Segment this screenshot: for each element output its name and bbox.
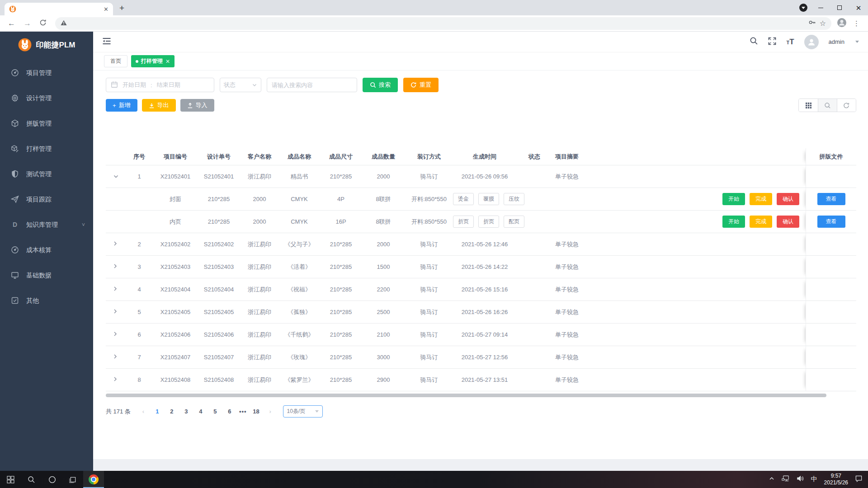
process-tag[interactable]: 配页 <box>504 216 524 228</box>
action-center-icon[interactable] <box>855 475 863 484</box>
taskbar-clock[interactable]: 9:57 2021/5/26 <box>824 473 848 486</box>
table-row[interactable]: 8X21052408S21052408浙江易印《紫罗兰》210*2852900骑… <box>106 369 856 391</box>
sidebar-item-testing-management[interactable]: 测试管理 <box>0 162 93 187</box>
expand-row-icon[interactable] <box>106 331 125 338</box>
sidebar-item-design-management[interactable]: 设计管理 <box>0 86 93 111</box>
horizontal-scrollbar[interactable] <box>106 394 856 398</box>
new-tab-button[interactable]: + <box>119 4 124 12</box>
next-page-icon[interactable]: › <box>265 408 276 415</box>
network-icon[interactable] <box>782 475 790 484</box>
tab-close-icon[interactable]: ✕ <box>104 6 108 13</box>
search-input[interactable] <box>272 82 352 89</box>
expand-row-icon[interactable] <box>106 376 125 383</box>
table-row[interactable]: 7X21052407S21052407浙江易印《玫瑰》210*2853000骑马… <box>106 346 856 369</box>
collapse-row-icon[interactable] <box>106 173 125 180</box>
finish-button[interactable]: 完成 <box>750 193 772 205</box>
page-number[interactable]: 6 <box>224 406 236 418</box>
reset-button[interactable]: 重置 <box>403 78 439 92</box>
window-close-button[interactable]: ✕ <box>849 0 868 15</box>
username[interactable]: admin <box>829 38 844 45</box>
address-bar[interactable]: ☆ <box>55 17 831 30</box>
reload-icon[interactable] <box>39 19 47 28</box>
forward-icon[interactable]: → <box>24 19 31 27</box>
date-end-placeholder[interactable]: 结束日期 <box>157 81 180 89</box>
expand-row-icon[interactable] <box>106 241 125 248</box>
sidebar-item-knowledge-base[interactable]: D知识库管理˅ <box>0 212 93 238</box>
search-button[interactable]: 搜索 <box>363 78 398 92</box>
media-controls-icon[interactable] <box>799 4 807 12</box>
user-caret-icon[interactable] <box>855 41 859 43</box>
window-maximize-button[interactable] <box>830 0 849 15</box>
process-tag[interactable]: 折页 <box>453 216 474 228</box>
process-tag[interactable]: 压纹 <box>504 193 524 205</box>
taskbar-search-icon[interactable] <box>21 471 42 488</box>
expand-row-icon[interactable] <box>106 263 125 270</box>
cortana-icon[interactable] <box>42 471 62 488</box>
tray-chevron-up-icon[interactable] <box>769 475 775 483</box>
sidebar-item-other[interactable]: 其他 <box>0 288 93 314</box>
page-number[interactable]: 18 <box>250 406 262 418</box>
table-row[interactable]: 3X21052403S21052403浙江易印《活着》210*2851500骑马… <box>106 256 856 278</box>
search-field[interactable] <box>267 78 357 92</box>
grid-view-icon[interactable] <box>799 99 818 112</box>
task-view-icon[interactable] <box>62 471 83 488</box>
chrome-taskbar-icon[interactable] <box>83 471 104 488</box>
back-icon[interactable]: ← <box>8 19 15 27</box>
process-tag[interactable]: 烫金 <box>453 193 474 205</box>
page-number[interactable]: 2 <box>166 406 178 418</box>
table-row[interactable]: 4X21052404S21052404浙江易印《祝福》210*2852200骑马… <box>106 278 856 301</box>
browser-tab[interactable]: ✕ <box>5 3 113 15</box>
window-minimize-button[interactable] <box>811 0 830 15</box>
date-start-placeholder[interactable]: 开始日期 <box>123 81 146 89</box>
view-button[interactable]: 查看 <box>817 216 845 228</box>
profile-icon[interactable] <box>837 18 847 29</box>
table-row[interactable]: 2X21052402S21052402浙江易印《父与子》210*2852000骑… <box>106 233 856 256</box>
page-number[interactable]: 3 <box>180 406 192 418</box>
sidebar-item-project-tracking[interactable]: 项目跟踪 <box>0 187 93 212</box>
ime-indicator[interactable]: 中 <box>811 475 817 483</box>
process-tag[interactable]: 折页 <box>478 216 499 228</box>
confirm-button[interactable]: 确认 <box>777 193 799 205</box>
page-number[interactable]: 5 <box>209 406 221 418</box>
menu-kebab-icon[interactable]: ⋮ <box>853 19 860 28</box>
table-row[interactable]: 5X21052405S21052405浙江易印《孤独》210*2852500骑马… <box>106 301 856 324</box>
sidebar-item-basic-data[interactable]: 基础数据 <box>0 263 93 288</box>
sidebar-collapse-icon[interactable] <box>102 37 111 47</box>
bookmark-star-icon[interactable]: ☆ <box>820 19 826 28</box>
process-tag[interactable]: 覆膜 <box>478 193 499 205</box>
export-button[interactable]: 导出 <box>142 99 176 112</box>
confirm-button[interactable]: 确认 <box>777 216 799 228</box>
table-row[interactable]: 1X21052401S21052401浙江易印精品书210*2852000骑马订… <box>106 165 856 188</box>
finish-button[interactable]: 完成 <box>750 216 772 228</box>
add-button[interactable]: + 新增 <box>106 99 137 112</box>
status-select[interactable]: 状态 <box>220 78 261 92</box>
start-button[interactable]: 开始 <box>722 193 745 205</box>
table-row[interactable]: 6X21052406S21052406浙江易印《千纸鹤》210*2852100骑… <box>106 324 856 346</box>
expand-row-icon[interactable] <box>106 286 125 293</box>
page-ellipsis[interactable]: ••• <box>239 408 247 415</box>
refresh-icon[interactable] <box>837 99 856 112</box>
page-number[interactable]: 4 <box>195 406 207 418</box>
page-size-select[interactable]: 10条/页 <box>283 405 323 418</box>
volume-icon[interactable] <box>797 475 804 484</box>
expand-row-icon[interactable] <box>106 354 125 361</box>
view-button[interactable]: 查看 <box>817 193 845 205</box>
sidebar-item-imposition-management[interactable]: 拼版管理 <box>0 111 93 136</box>
font-size-icon[interactable]: TT <box>786 38 794 47</box>
fullscreen-icon[interactable] <box>768 37 776 47</box>
tab-close-icon[interactable]: ✕ <box>165 58 170 65</box>
prev-page-icon[interactable]: ‹ <box>138 408 149 415</box>
sidebar-item-cost-accounting[interactable]: 成本核算 <box>0 238 93 263</box>
scrollbar-thumb[interactable] <box>106 394 826 397</box>
tab-home[interactable]: 首页 <box>104 55 127 67</box>
sidebar-item-proofing-management[interactable]: 打样管理 <box>0 136 93 162</box>
page-number[interactable]: 1 <box>151 406 163 418</box>
avatar[interactable] <box>804 35 819 49</box>
start-button[interactable] <box>0 471 21 488</box>
date-range-picker[interactable]: 开始日期 : 结束日期 <box>106 78 214 92</box>
column-search-icon[interactable] <box>818 99 837 112</box>
not-secure-icon[interactable] <box>61 19 67 28</box>
tab-proofing-active[interactable]: 打样管理 ✕ <box>131 55 175 67</box>
sidebar-item-project-management[interactable]: 项目管理 <box>0 61 93 86</box>
import-button[interactable]: 导入 <box>180 99 214 112</box>
